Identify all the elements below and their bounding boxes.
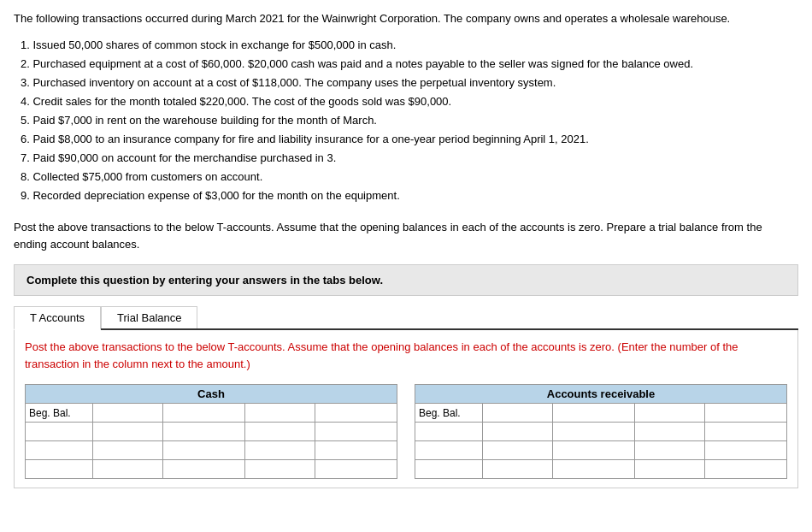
tab-t-accounts[interactable]: T Accounts (14, 306, 101, 330)
tab-instructions: Post the above transactions to the below… (25, 339, 787, 372)
ar-beg-credit-amt[interactable] (705, 404, 787, 423)
transaction-7: 7. Paid $90,000 on account for the merch… (21, 149, 798, 168)
cash-r2-debit-amt[interactable] (163, 441, 245, 460)
cash-beg-debit-amt[interactable] (163, 404, 245, 423)
t-accounts-area: Cash Beg. Bal. (25, 384, 787, 479)
ar-t-account: Accounts receivable Beg. Bal. (415, 384, 787, 479)
cash-r3-debit-num[interactable] (93, 460, 163, 479)
cash-r3-credit-amt[interactable] (315, 460, 397, 479)
ar-r2-credit-num[interactable] (634, 441, 704, 460)
ar-r1-credit-num[interactable] (634, 423, 704, 441)
tab-t-accounts-label: T Accounts (30, 311, 85, 324)
complete-box-text: Complete this question by entering your … (26, 274, 383, 287)
transaction-2: 2. Purchased equipment at a cost of $60,… (21, 55, 798, 74)
cash-r3-label (26, 460, 93, 479)
tabs-row: T Accounts Trial Balance (14, 306, 798, 330)
cash-r2-credit-num[interactable] (244, 441, 315, 460)
cash-t-account: Cash Beg. Bal. (25, 384, 397, 479)
cash-r2-credit-amt[interactable] (315, 441, 397, 460)
ar-row-1 (415, 423, 787, 441)
transactions-list: 1. Issued 50,000 shares of common stock … (14, 36, 798, 206)
cash-r3-credit-num[interactable] (244, 460, 315, 479)
transaction-8: 8. Collected $75,000 from customers on a… (21, 168, 798, 186)
ar-r3-credit-amt[interactable] (705, 460, 787, 479)
intro-paragraph: The following transactions occurred duri… (14, 10, 798, 27)
ar-beg-debit-num[interactable] (483, 404, 553, 423)
ar-r3-label (415, 460, 483, 479)
ar-table: Beg. Bal. (415, 403, 787, 479)
ar-row-beg: Beg. Bal. (415, 404, 787, 423)
cash-row-1 (26, 423, 397, 441)
ar-beg-credit-num[interactable] (634, 404, 704, 423)
ar-r2-debit-amt[interactable] (553, 441, 635, 460)
tab-trial-balance[interactable]: Trial Balance (101, 306, 197, 328)
cash-beg-bal-text: Beg. Bal. (29, 407, 71, 419)
cash-table: Beg. Bal. (25, 403, 397, 479)
cash-beg-credit-amt[interactable] (315, 404, 397, 423)
ar-beg-debit-amt[interactable] (553, 404, 635, 423)
ar-row-3 (415, 460, 787, 479)
transaction-5: 5. Paid $7,000 in rent on the warehouse … (21, 111, 798, 130)
complete-box: Complete this question by entering your … (14, 264, 798, 296)
cash-beg-credit-num[interactable] (244, 404, 315, 423)
ar-r2-debit-num[interactable] (483, 441, 553, 460)
tab-instructions-main: Post the above transactions to the below… (25, 340, 615, 353)
cash-title: Cash (25, 384, 397, 403)
cash-row-beg: Beg. Bal. (26, 404, 397, 423)
post-instructions: Post the above transactions to the below… (14, 219, 798, 252)
cash-r3-debit-amt[interactable] (163, 460, 245, 479)
intro-text: The following transactions occurred duri… (14, 12, 730, 25)
cash-r1-credit-amt[interactable] (315, 423, 397, 441)
tab-trial-balance-label: Trial Balance (117, 311, 181, 324)
cash-r1-debit-num[interactable] (93, 423, 163, 441)
transaction-4: 4. Credit sales for the month totaled $2… (21, 92, 798, 111)
ar-title: Accounts receivable (415, 384, 787, 403)
post-instructions-text: Post the above transactions to the below… (14, 221, 762, 251)
ar-r1-credit-amt[interactable] (705, 423, 787, 441)
transaction-3: 3. Purchased inventory on account at a c… (21, 74, 798, 92)
tab-content: Post the above transactions to the below… (14, 330, 798, 488)
cash-beg-bal-label: Beg. Bal. (26, 404, 93, 423)
transaction-6: 6. Paid $8,000 to an insurance company f… (21, 130, 798, 149)
cash-r1-credit-num[interactable] (244, 423, 315, 441)
cash-row-3 (26, 460, 397, 479)
ar-r1-debit-amt[interactable] (553, 423, 635, 441)
cash-row-2 (26, 441, 397, 460)
ar-beg-bal-text: Beg. Bal. (419, 407, 461, 419)
ar-r3-debit-amt[interactable] (553, 460, 635, 479)
ar-r2-credit-amt[interactable] (705, 441, 787, 460)
cash-beg-debit-num[interactable] (93, 404, 163, 423)
ar-r3-credit-num[interactable] (634, 460, 704, 479)
ar-r3-debit-num[interactable] (483, 460, 553, 479)
ar-beg-bal-label: Beg. Bal. (415, 404, 483, 423)
ar-r2-label (415, 441, 483, 460)
ar-r1-debit-num[interactable] (483, 423, 553, 441)
cash-r1-debit-amt[interactable] (163, 423, 245, 441)
cash-r2-label (26, 441, 93, 460)
ar-r1-label (415, 423, 483, 441)
cash-r1-label (26, 423, 93, 441)
ar-row-2 (415, 441, 787, 460)
transaction-9: 9. Recorded depreciation expense of $3,0… (21, 186, 798, 205)
cash-r2-debit-num[interactable] (93, 441, 163, 460)
transaction-1: 1. Issued 50,000 shares of common stock … (21, 36, 798, 55)
